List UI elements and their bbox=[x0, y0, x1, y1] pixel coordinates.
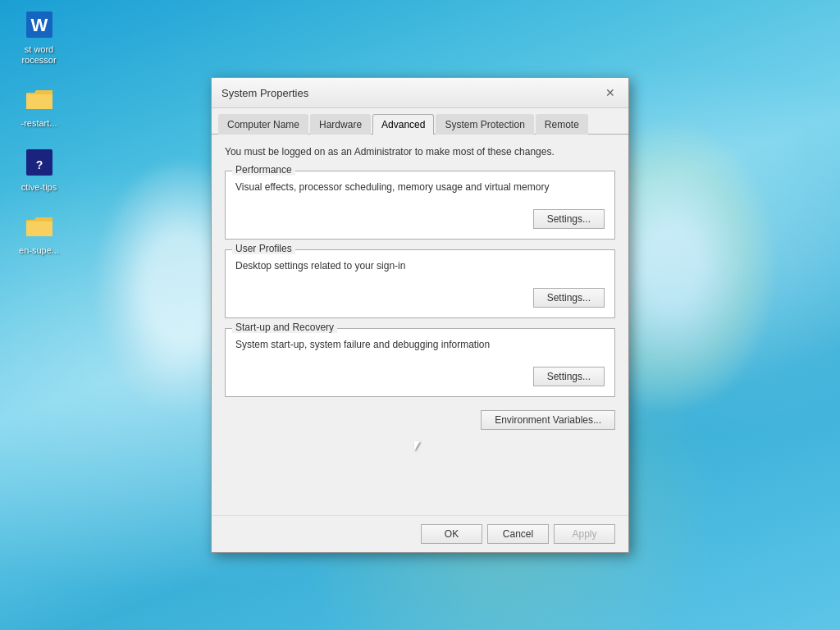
dialog-footer: OK Cancel Apply bbox=[212, 515, 628, 552]
user-profiles-description: Desktop settings related to your sign-in bbox=[235, 260, 605, 272]
tab-advanced[interactable]: Advanced bbox=[372, 114, 434, 135]
dialog-overlay: System Properties ✕ Computer Name Hardwa… bbox=[0, 0, 840, 630]
ok-button[interactable]: OK bbox=[421, 524, 482, 544]
tab-strip: Computer Name Hardware Advanced System P… bbox=[212, 108, 628, 135]
user-profiles-settings-button[interactable]: Settings... bbox=[533, 288, 605, 308]
performance-section: Performance Visual effects, processor sc… bbox=[225, 171, 615, 240]
dialog-content: You must be logged on as an Administrato… bbox=[212, 135, 628, 515]
startup-recovery-button-row: Settings... bbox=[235, 367, 605, 386]
startup-recovery-settings-button[interactable]: Settings... bbox=[533, 367, 605, 386]
apply-button[interactable]: Apply bbox=[554, 524, 615, 544]
title-bar: System Properties ✕ bbox=[212, 78, 628, 108]
user-profiles-section: User Profiles Desktop settings related t… bbox=[225, 249, 615, 318]
startup-recovery-description: System start-up, system failure and debu… bbox=[235, 339, 605, 350]
environment-variables-button[interactable]: Environment Variables... bbox=[481, 410, 615, 430]
performance-settings-button[interactable]: Settings... bbox=[533, 209, 605, 229]
performance-description: Visual effects, processor scheduling, me… bbox=[235, 181, 605, 193]
dialog-title: System Properties bbox=[221, 87, 308, 99]
admin-notice: You must be logged on as an Administrato… bbox=[225, 146, 615, 158]
user-profiles-button-row: Settings... bbox=[235, 288, 605, 308]
tab-computer-name[interactable]: Computer Name bbox=[218, 114, 308, 135]
performance-button-row: Settings... bbox=[235, 209, 605, 229]
startup-recovery-label: Start-up and Recovery bbox=[232, 322, 337, 333]
startup-recovery-section: Start-up and Recovery System start-up, s… bbox=[225, 328, 615, 397]
system-properties-dialog: System Properties ✕ Computer Name Hardwa… bbox=[211, 77, 629, 553]
tab-system-protection[interactable]: System Protection bbox=[436, 114, 533, 135]
user-profiles-label: User Profiles bbox=[232, 243, 295, 254]
tab-remote[interactable]: Remote bbox=[536, 114, 588, 135]
performance-label: Performance bbox=[232, 164, 295, 176]
cancel-button[interactable]: Cancel bbox=[487, 524, 549, 544]
environment-variables-row: Environment Variables... bbox=[225, 410, 615, 430]
tab-hardware[interactable]: Hardware bbox=[310, 114, 371, 135]
close-button[interactable]: ✕ bbox=[602, 84, 619, 101]
